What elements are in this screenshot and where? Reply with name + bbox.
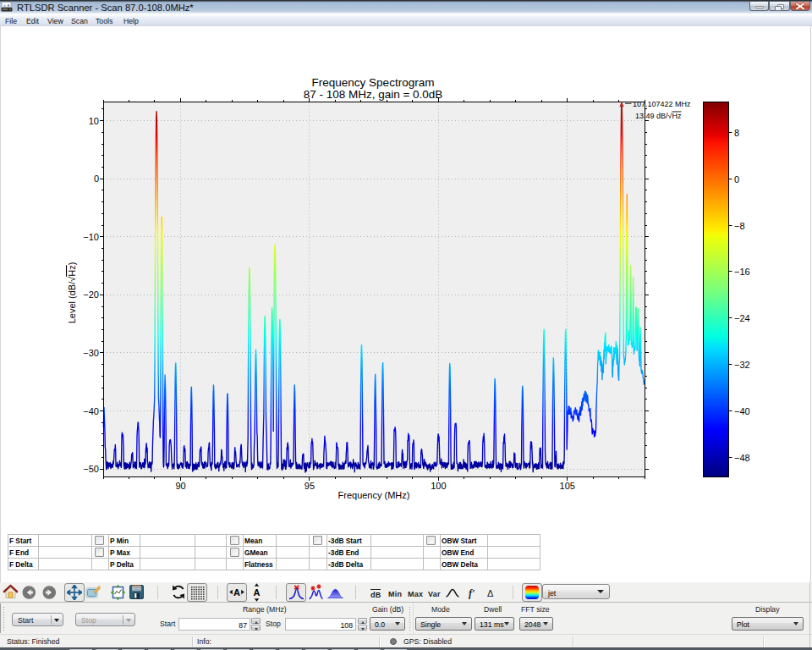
svg-text:0: 0 bbox=[734, 174, 739, 185]
svg-text:90: 90 bbox=[175, 481, 185, 491]
svg-text:−50: −50 bbox=[83, 464, 99, 474]
svg-text:107.107422 MHz: 107.107422 MHz bbox=[633, 100, 691, 108]
svg-text:8: 8 bbox=[734, 128, 739, 138]
svg-text:95: 95 bbox=[304, 481, 315, 491]
svg-text:−30: −30 bbox=[83, 348, 99, 358]
svg-text:−8: −8 bbox=[734, 221, 745, 231]
svg-text:100: 100 bbox=[431, 481, 446, 491]
svg-text:−20: −20 bbox=[83, 289, 99, 300]
svg-text:−24: −24 bbox=[734, 313, 750, 323]
svg-text:−32: −32 bbox=[734, 360, 750, 370]
svg-text:105: 105 bbox=[560, 481, 575, 491]
svg-text:−40: −40 bbox=[734, 406, 750, 416]
svg-text:Frequency (MHz): Frequency (MHz) bbox=[338, 490, 410, 500]
svg-text:A: A bbox=[254, 587, 261, 598]
svg-text:A: A bbox=[233, 587, 240, 598]
svg-text:−10: −10 bbox=[83, 232, 99, 242]
svg-text:0: 0 bbox=[94, 174, 99, 184]
svg-text:−40: −40 bbox=[83, 406, 99, 416]
svg-text:−16: −16 bbox=[734, 267, 750, 277]
svg-text:13.49 dB/√Hz: 13.49 dB/√Hz bbox=[635, 112, 682, 120]
svg-text:87 - 108 MHz, gain = 0.0dB: 87 - 108 MHz, gain = 0.0dB bbox=[304, 88, 443, 101]
svg-text:Frequency Spectrogram: Frequency Spectrogram bbox=[312, 76, 435, 89]
svg-text:Level (dB/√Hz): Level (dB/√Hz) bbox=[67, 262, 77, 324]
svg-text:−48: −48 bbox=[734, 453, 750, 463]
svg-text:10: 10 bbox=[89, 116, 99, 126]
